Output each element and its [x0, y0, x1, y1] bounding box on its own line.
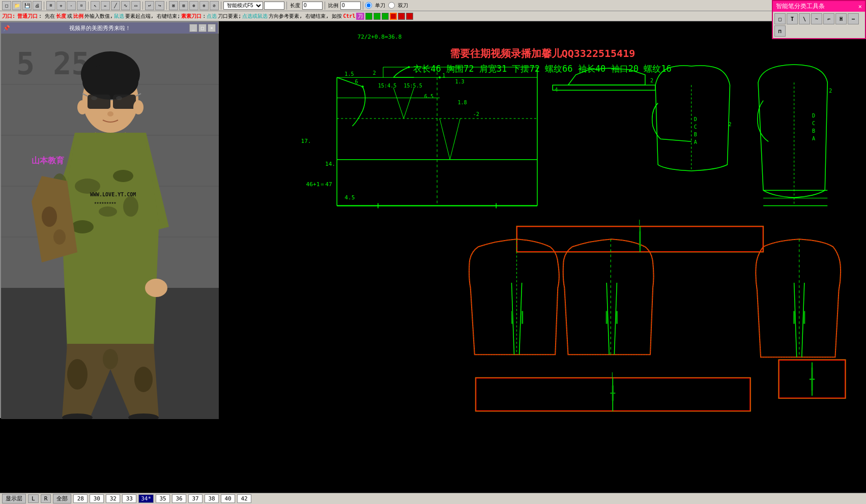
svg-line-69 [450, 118, 460, 160]
rect-icon[interactable]: ▭ [131, 1, 140, 10]
layer-37[interactable]: 37 [188, 494, 203, 503]
mode-input[interactable] [264, 2, 284, 10]
zoom-select-icon[interactable]: ⊡ [77, 1, 86, 10]
sep6 [286, 2, 287, 10]
sep3 [142, 2, 143, 10]
tool2-icon[interactable]: ⊞ [179, 1, 188, 10]
redo-icon[interactable]: ↪ [155, 1, 164, 10]
svg-text:15:5.5: 15:5.5 [403, 83, 422, 88]
svg-point-34 [134, 367, 153, 392]
knife-label: 刀口: [2, 13, 15, 20]
tool5-icon[interactable]: ⊘ [210, 1, 219, 10]
zoom-fit-icon[interactable]: ⊞ [46, 1, 55, 10]
knife-ctrl-ref: Ctrl [343, 13, 355, 19]
zoom-out-icon[interactable]: - [67, 1, 76, 10]
svg-point-10 [82, 64, 138, 100]
print-icon[interactable]: 🖨 [33, 1, 42, 10]
smart-icon-dash[interactable]: — [848, 13, 859, 24]
ratio-input[interactable] [340, 2, 361, 10]
panel-maximize-btn[interactable]: □ [198, 24, 207, 32]
layer-35[interactable]: 35 [156, 494, 170, 503]
photo-panel: 📌 视频界的美图秀秀来啦！ _ □ × 5 25 [0, 21, 219, 418]
single-knife-radio[interactable] [365, 2, 372, 9]
layer-33[interactable]: 33 [122, 494, 136, 503]
mode-dropdown[interactable]: 智能模式F5 [223, 2, 263, 10]
open-icon[interactable]: 📁 [12, 1, 21, 10]
new-icon[interactable]: □ [2, 1, 11, 10]
svg-point-52 [439, 76, 441, 78]
knife-active-indicator: 刀 [356, 13, 364, 20]
svg-point-19 [77, 100, 88, 114]
smart-icon-rect[interactable]: □ [774, 13, 786, 24]
layer-30[interactable]: 30 [90, 494, 104, 503]
smart-icon-text[interactable]: T [787, 13, 798, 24]
svg-text:|: | [638, 219, 641, 225]
smart-icon-bracket[interactable]: ⊓ [774, 25, 786, 37]
layer-32[interactable]: 32 [106, 494, 120, 503]
panel-pin-icon: 📌 [3, 25, 10, 32]
svg-text:1.3: 1.3 [455, 79, 464, 84]
smart-icon-h[interactable]: H [835, 13, 847, 24]
svg-line-98 [519, 283, 522, 354]
layer-36[interactable]: 36 [172, 494, 186, 503]
svg-point-25 [123, 196, 138, 217]
tool1-icon[interactable]: ⊠ [169, 1, 178, 10]
svg-text:5  25: 5 25 [16, 46, 90, 81]
knife-normal-type: 普通刀口 [17, 13, 38, 20]
knife-desc3: 要素起点端, 右键结束; [125, 13, 180, 20]
svg-point-51 [362, 85, 364, 87]
svg-text:2: 2 [373, 70, 376, 76]
svg-point-18 [107, 111, 113, 116]
ratio-label: 比例 [327, 2, 339, 9]
svg-line-66 [403, 87, 414, 118]
r-btn[interactable]: R [41, 494, 51, 503]
svg-text:B: B [694, 132, 697, 137]
undo-icon[interactable]: ↩ [145, 1, 154, 10]
smart-icon-line[interactable]: \ [799, 13, 810, 24]
svg-rect-12 [113, 95, 136, 109]
knife-desc5: 刀口要素; [218, 13, 241, 20]
svg-text:★★★★★★★★★: ★★★★★★★★★ [94, 200, 117, 205]
layer-40[interactable]: 40 [221, 494, 235, 503]
svg-point-17 [116, 96, 122, 100]
panel-settings-btn[interactable]: _ [189, 24, 197, 32]
main-toolbar[interactable]: □ 📁 💾 🖨 ⊞ + - ⊡ ↖ ✏ ╱ ∿ ▭ ↩ ↪ ⊠ ⊞ ⊕ ⊗ ⊘ … [0, 0, 866, 11]
layer-28[interactable]: 28 [73, 494, 88, 503]
tool3-icon[interactable]: ⊕ [189, 1, 198, 10]
knife-click-or-mouse: 点选或鼠选 [242, 13, 268, 20]
cad-area: 需要往期视频录播加馨儿QQ3322515419 衣长46 胸围72 肩宽31 下… [219, 21, 866, 493]
knife-mode-group[interactable]: 单刀 双刀 [365, 2, 409, 9]
panel-controls[interactable]: _ □ × [189, 24, 216, 32]
length-input[interactable] [302, 2, 323, 10]
layer-38[interactable]: 38 [205, 494, 219, 503]
show-layer-btn[interactable]: 显示层 [2, 494, 26, 503]
tool4-icon[interactable]: ⊗ [199, 1, 209, 10]
svg-point-32 [53, 229, 66, 245]
layer-42[interactable]: 42 [237, 494, 251, 503]
all-btn[interactable]: 全部 [53, 494, 71, 503]
panel-close-btn[interactable]: × [208, 24, 216, 32]
knife-length-ref: 长度 [56, 13, 66, 20]
draw-icon[interactable]: ✏ [101, 1, 110, 10]
svg-rect-11 [88, 95, 110, 109]
svg-point-22 [113, 170, 133, 182]
l-btn[interactable]: L [28, 494, 39, 503]
svg-point-24 [71, 220, 94, 233]
smart-panel-close-btn[interactable]: × [858, 3, 862, 10]
smart-icon-angle[interactable]: ⌐ [823, 13, 834, 24]
save-icon[interactable]: 💾 [22, 1, 32, 10]
layer-34[interactable]: 34* [138, 494, 154, 503]
smart-panel-titlebar: 智能笔分类工具条 × [773, 1, 865, 12]
svg-text:4: 4 [555, 87, 558, 93]
curve-icon[interactable]: ∿ [121, 1, 130, 10]
double-knife-radio[interactable] [388, 2, 395, 9]
smart-icon-curve[interactable]: ~ [811, 13, 822, 24]
color-red2 [398, 13, 405, 20]
svg-text:6.5: 6.5 [424, 94, 434, 99]
svg-text:1.8: 1.8 [457, 100, 467, 105]
select-icon[interactable]: ↖ [91, 1, 100, 10]
line-icon[interactable]: ╱ [111, 1, 120, 10]
svg-point-35 [103, 349, 118, 369]
svg-text:A: A [812, 136, 815, 141]
zoom-in-icon[interactable]: + [56, 1, 66, 10]
